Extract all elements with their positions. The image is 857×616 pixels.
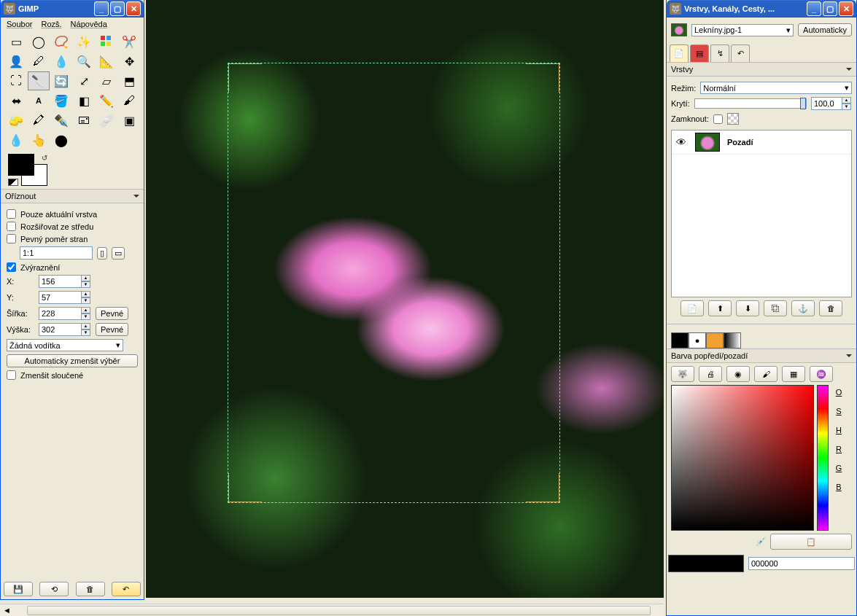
layer-delete-button[interactable]: 🗑 <box>819 300 842 316</box>
layer-visibility-icon[interactable]: 👁 <box>676 136 688 148</box>
tool-paths[interactable]: 🖊 <box>28 52 50 71</box>
tool-color-picker[interactable]: 💧 <box>50 52 72 71</box>
tool-airbrush[interactable]: 🖍 <box>28 111 50 130</box>
layer-up-button[interactable]: ⬆ <box>708 300 732 316</box>
fgbg-menu-icon[interactable] <box>843 351 852 360</box>
h-down[interactable]: ▼ <box>81 330 90 336</box>
auto-button[interactable]: Automaticky <box>798 23 852 36</box>
minimize-button[interactable]: _ <box>94 1 109 16</box>
tool-clone[interactable]: 🖃 <box>73 111 95 130</box>
toolbox-titlebar[interactable]: 🐺 GIMP _ ▢ ✕ <box>1 0 144 17</box>
tool-ellipse-select[interactable]: ◯ <box>28 32 50 51</box>
add-color-button[interactable]: 📋 <box>770 534 852 550</box>
opt-fixed-aspect-checkbox[interactable] <box>7 234 16 243</box>
channel-o[interactable]: O <box>836 388 842 397</box>
tool-flip[interactable]: ⬌ <box>5 91 27 110</box>
opacity-input[interactable] <box>811 97 842 110</box>
tool-pencil[interactable]: ✏️ <box>96 91 117 110</box>
tool-fuzzy-select[interactable]: ✨ <box>73 32 95 51</box>
horizontal-scrollbar[interactable] <box>0 604 664 616</box>
image-select[interactable]: Lekníny.jpg-1▾ <box>691 24 794 36</box>
channel-h[interactable]: H <box>836 426 842 434</box>
tool-align[interactable]: ⛶ <box>5 71 27 90</box>
x-input[interactable] <box>39 275 81 288</box>
aspect-portrait-button[interactable]: ▯ <box>97 247 107 260</box>
aspect-landscape-button[interactable]: ▭ <box>112 247 125 260</box>
swatch-gradient[interactable] <box>724 332 741 348</box>
crop-handle-tr[interactable] <box>526 63 559 93</box>
lock-alpha-checkbox[interactable] <box>713 114 723 124</box>
tab-undo[interactable]: ↶ <box>731 44 750 62</box>
close-button[interactable]: ✕ <box>126 1 141 16</box>
tool-eraser[interactable]: 🧽 <box>5 111 27 130</box>
maximize-button[interactable]: ▢ <box>823 1 837 16</box>
opt-shrink-merged-checkbox[interactable] <box>7 370 16 380</box>
eyedropper-icon[interactable]: 💉 <box>756 537 766 547</box>
channel-s[interactable]: S <box>836 407 841 416</box>
image-canvas[interactable] <box>146 0 664 598</box>
tool-heal[interactable]: 🩹 <box>96 111 117 130</box>
layers-menu-icon[interactable] <box>843 65 852 74</box>
color-swatch[interactable]: ↺ <box>8 154 47 186</box>
tool-text[interactable]: A <box>28 91 50 110</box>
w-up[interactable]: ▲ <box>81 307 90 313</box>
swatch-brush[interactable]: ● <box>689 332 706 348</box>
sv-picker[interactable] <box>671 385 814 531</box>
dock-reset-button[interactable]: ↶ <box>112 582 141 596</box>
swatch-pattern[interactable] <box>706 332 724 348</box>
swap-colors-icon[interactable]: ↺ <box>42 154 47 162</box>
menu-ext[interactable]: Rozš. <box>41 20 61 28</box>
guides-select[interactable]: Žádná vodítka▾ <box>7 339 123 351</box>
mode-select[interactable]: Normální▾ <box>700 82 852 94</box>
picker-watercolor-button[interactable]: 🖌 <box>754 366 777 382</box>
crop-handle-br[interactable] <box>526 473 559 502</box>
scroll-thumb[interactable] <box>27 606 651 615</box>
dock-titlebar[interactable]: 🐺 Vrstvy, Kanály, Cesty, ... _ ▢ ✕ <box>667 0 856 17</box>
picker-wheel-button[interactable]: ◉ <box>726 366 750 382</box>
tab-channels[interactable]: ▤ <box>690 44 709 62</box>
op-up[interactable]: ▲ <box>842 97 851 104</box>
tool-rect-select[interactable]: ▭ <box>5 32 27 51</box>
tool-options-menu-icon[interactable] <box>131 192 139 200</box>
layer-down-button[interactable]: ⬇ <box>736 300 759 316</box>
height-fixed-button[interactable]: Pevné <box>96 323 128 336</box>
maximize-button[interactable]: ▢ <box>110 1 125 16</box>
tool-measure[interactable]: 📐 <box>96 52 117 71</box>
tool-free-select[interactable]: 📿 <box>50 32 72 51</box>
autoshrink-button[interactable]: Automaticky zmenšit výběr <box>7 354 138 367</box>
tool-blur[interactable]: 💧 <box>5 130 27 149</box>
picker-scales-button[interactable]: ♒ <box>810 366 833 382</box>
menu-file[interactable]: Soubor <box>7 20 32 28</box>
minimize-button[interactable]: _ <box>807 1 821 16</box>
layer-name[interactable]: Pozadí <box>727 138 753 147</box>
tool-scissors[interactable]: ✂️ <box>118 32 140 51</box>
swatch-fg[interactable] <box>671 332 689 348</box>
channel-r[interactable]: R <box>836 445 842 453</box>
layer-new-button[interactable]: 📄 <box>680 300 704 316</box>
w-down[interactable]: ▼ <box>81 313 90 320</box>
current-color-preview[interactable] <box>668 555 744 572</box>
y-up[interactable]: ▲ <box>81 291 90 297</box>
tool-bucket-fill[interactable]: 🪣 <box>50 91 72 110</box>
foreground-color[interactable] <box>8 154 34 176</box>
picker-palette-button[interactable]: ▦ <box>782 366 805 382</box>
opt-current-layer-checkbox[interactable] <box>7 209 16 219</box>
channel-b[interactable]: B <box>836 483 841 491</box>
tool-by-color-select[interactable] <box>96 32 117 51</box>
crop-rectangle[interactable] <box>228 63 560 503</box>
color-history[interactable] <box>671 538 751 545</box>
dock-delete-button[interactable]: 🗑 <box>76 582 105 596</box>
scroll-left-icon[interactable] <box>0 606 14 615</box>
dock-revert-button[interactable]: ⟲ <box>39 582 69 596</box>
tab-paths[interactable]: ↯ <box>710 44 729 62</box>
tool-foreground-select[interactable]: 👤 <box>5 52 27 71</box>
picker-cmyk-button[interactable]: 🖨 <box>699 366 722 382</box>
tool-move[interactable]: ✥ <box>118 52 140 71</box>
layers-list[interactable]: 👁 Pozadí <box>671 130 852 297</box>
aspect-ratio-input[interactable] <box>20 246 93 260</box>
crop-handle-bl[interactable] <box>228 473 262 502</box>
close-button[interactable]: ✕ <box>839 1 853 16</box>
layer-duplicate-button[interactable]: ⿻ <box>764 300 787 316</box>
width-input[interactable] <box>39 307 81 320</box>
picker-gimp-button[interactable]: 🐺 <box>671 366 694 382</box>
